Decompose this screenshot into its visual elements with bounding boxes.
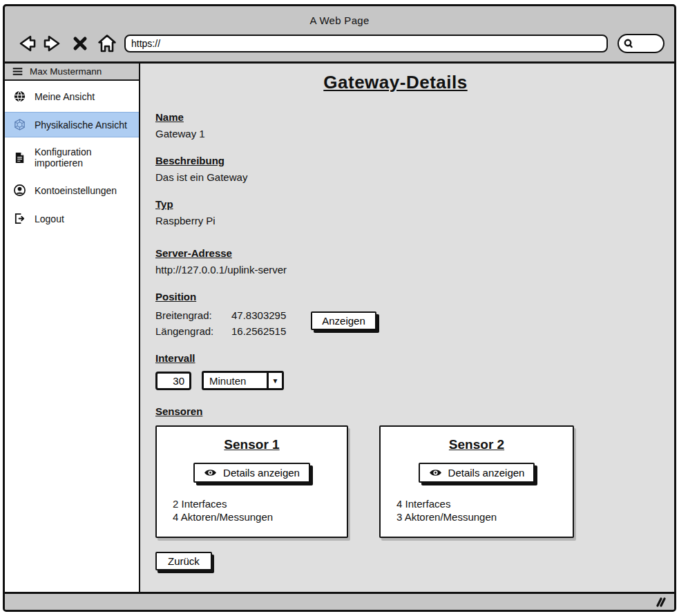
field-value-server-adresse: http://127.0.0.1/uplink-server bbox=[155, 264, 674, 276]
field-label-server-adresse: Server-Adresse bbox=[155, 247, 674, 259]
back-arrow-icon bbox=[16, 33, 37, 54]
field-value-beschreibung: Das ist ein Gateway bbox=[155, 171, 674, 183]
sensor-card-stats: 2 Interfaces 4 Aktoren/Messungen bbox=[157, 497, 347, 523]
sidebar-item-label: Kontoeinstellungen bbox=[35, 185, 117, 196]
url-input[interactable] bbox=[126, 38, 606, 49]
field-label-name: Name bbox=[155, 111, 674, 123]
longitude-value: 16.2562515 bbox=[231, 325, 286, 337]
page-title: Gateway-Details bbox=[323, 72, 467, 93]
hexagon-network-icon bbox=[13, 118, 26, 131]
sensor-card-title: Sensor 1 bbox=[224, 437, 279, 452]
account-icon bbox=[13, 184, 26, 197]
sidebar-item-kontoeinstellungen[interactable]: Kontoeinstellungen bbox=[5, 177, 139, 203]
logout-icon bbox=[13, 212, 26, 225]
main-content: Gateway-Details Name Gateway 1 Beschreib… bbox=[140, 64, 674, 592]
window-title: A Web Page bbox=[5, 6, 674, 26]
sidebar-item-physikalische-ansicht[interactable]: Physikalische Ansicht bbox=[5, 112, 139, 137]
nav-buttons bbox=[5, 33, 124, 54]
field-label-beschreibung: Beschreibung bbox=[155, 155, 674, 166]
globe-icon bbox=[13, 90, 26, 103]
actors-count: 3 Aktoren/Messungen bbox=[396, 510, 573, 523]
search-icon bbox=[622, 37, 635, 50]
hamburger-menu-icon[interactable] bbox=[12, 66, 23, 77]
interfaces-count: 4 Interfaces bbox=[396, 497, 573, 510]
home-button[interactable] bbox=[97, 33, 117, 54]
sensor-card-title: Sensor 2 bbox=[449, 437, 504, 452]
position-block: Breitengrad: 47.8303295 Längengrad: 16.2… bbox=[155, 309, 674, 337]
eye-icon bbox=[429, 468, 442, 477]
sidebar-item-meine-ansicht[interactable]: Meine Ansicht bbox=[5, 84, 139, 109]
user-name: Max Mustermann bbox=[30, 66, 102, 77]
eye-icon bbox=[204, 468, 217, 477]
field-value-typ: Raspberry Pi bbox=[155, 215, 674, 227]
sensor-card-stats: 4 Interfaces 3 Aktoren/Messungen bbox=[381, 497, 573, 523]
sidebar-item-konfiguration-importieren[interactable]: Konfiguration importieren bbox=[5, 140, 139, 175]
url-bar[interactable] bbox=[124, 35, 608, 52]
sidebar-header: Max Mustermann bbox=[5, 64, 139, 81]
back-navigation-button[interactable]: Zurück bbox=[155, 552, 212, 570]
field-label-typ: Typ bbox=[155, 198, 674, 210]
actors-count: 4 Aktoren/Messungen bbox=[173, 510, 347, 523]
forward-button[interactable] bbox=[43, 33, 64, 54]
browser-chrome: A Web Page bbox=[5, 6, 674, 61]
interval-controls: Minuten ▼ bbox=[155, 371, 674, 390]
longitude-label: Längengrad: bbox=[155, 325, 231, 337]
show-position-button[interactable]: Anzeigen bbox=[311, 311, 376, 330]
resize-handle-icon[interactable] bbox=[652, 597, 666, 608]
browser-toolbar bbox=[5, 30, 674, 57]
status-bar bbox=[5, 592, 674, 610]
sidebar: Max Mustermann Meine Ansicht Physikalisc… bbox=[5, 64, 140, 592]
chevron-down-icon[interactable]: ▼ bbox=[267, 373, 282, 388]
page-body: Max Mustermann Meine Ansicht Physikalisc… bbox=[5, 61, 674, 592]
stop-x-icon bbox=[73, 36, 88, 51]
home-icon bbox=[97, 33, 117, 54]
sensor1-details-button[interactable]: Details anzeigen bbox=[193, 463, 310, 483]
field-value-name: Gateway 1 bbox=[155, 128, 674, 139]
browser-window: A Web Page bbox=[3, 4, 676, 612]
details-button-label: Details anzeigen bbox=[448, 467, 525, 479]
sensor2-details-button[interactable]: Details anzeigen bbox=[419, 463, 535, 483]
field-label-position: Position bbox=[155, 291, 674, 302]
field-label-intervall: Intervall bbox=[155, 352, 674, 364]
field-label-sensoren: Sensoren bbox=[155, 405, 674, 417]
interval-value-input[interactable] bbox=[155, 372, 191, 390]
back-button[interactable] bbox=[16, 33, 37, 54]
sensor-cards: Sensor 1 Details anzeigen 2 Interfaces 4… bbox=[155, 425, 674, 538]
details-button-label: Details anzeigen bbox=[223, 467, 300, 479]
stop-button[interactable] bbox=[70, 33, 90, 54]
sensor-card-2: Sensor 2 Details anzeigen 4 Interfaces 3… bbox=[379, 425, 574, 538]
forward-arrow-icon bbox=[43, 33, 64, 54]
latitude-value: 47.8303295 bbox=[231, 309, 286, 321]
sidebar-item-label: Physikalische Ansicht bbox=[35, 119, 127, 131]
sidebar-item-label: Meine Ansicht bbox=[35, 91, 95, 102]
sensor-card-1: Sensor 1 Details anzeigen 2 Interfaces 4… bbox=[155, 425, 348, 538]
interfaces-count: 2 Interfaces bbox=[173, 497, 347, 510]
document-icon bbox=[13, 151, 26, 164]
interval-unit-value: Minuten bbox=[204, 373, 267, 388]
position-grid: Breitengrad: 47.8303295 Längengrad: 16.2… bbox=[155, 309, 286, 337]
search-box[interactable] bbox=[618, 34, 664, 53]
sidebar-item-label: Konfiguration importieren bbox=[35, 146, 131, 169]
sidebar-item-logout[interactable]: Logout bbox=[5, 206, 139, 231]
latitude-label: Breitengrad: bbox=[155, 309, 231, 321]
sidebar-item-label: Logout bbox=[35, 213, 64, 224]
interval-unit-select[interactable]: Minuten ▼ bbox=[202, 371, 284, 390]
